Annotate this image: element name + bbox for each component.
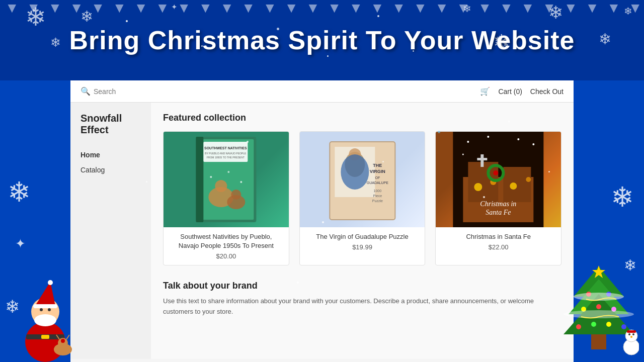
store-sidebar: Snowfall Effect Home Catalog [70, 103, 151, 359]
svg-point-49 [227, 171, 229, 173]
svg-point-77 [488, 136, 490, 138]
svg-point-72 [510, 183, 517, 190]
product-card-3[interactable]: Christmas in Santa Fe Christmas in Santa… [435, 131, 561, 265]
svg-text:Christmas in: Christmas in [480, 200, 517, 208]
side-snowflake-right-1: ❄ [611, 181, 634, 213]
svg-rect-39 [196, 137, 203, 222]
svg-point-50 [240, 181, 242, 183]
svg-text:FROM 1950S TO THE PRESENT: FROM 1950S TO THE PRESENT [207, 156, 245, 159]
brand-text: Use this text to share information about… [163, 296, 561, 317]
product-price-2: $19.99 [306, 243, 419, 251]
svg-point-4 [48, 280, 53, 285]
side-snowflake-left-2: ✦ [15, 236, 26, 251]
svg-rect-69 [477, 158, 488, 160]
svg-text:Santa Fe: Santa Fe [486, 209, 511, 216]
svg-text:Puzzle: Puzzle [372, 199, 383, 203]
svg-point-6 [48, 308, 51, 311]
svg-point-27 [606, 322, 611, 327]
store-panel: 🔍 🛒 Cart (0) Check Out Snowfall Effect H… [70, 80, 574, 362]
product-grid: SOUTHWEST NATIVITIES BY PUEBLO AND NAVAJ… [163, 131, 561, 265]
cart-label[interactable]: Cart (0) [498, 87, 522, 96]
product-price-1: $20.00 [170, 252, 283, 260]
svg-point-80 [462, 154, 464, 155]
svg-text:GUADALUPE: GUADALUPE [366, 181, 388, 185]
cart-area: 🛒 Cart (0) Check Out [480, 86, 564, 96]
search-input[interactable] [94, 87, 154, 96]
svg-point-12 [61, 339, 65, 343]
svg-point-47 [231, 190, 241, 200]
search-icon: 🔍 [80, 86, 91, 96]
side-snowflake-left-1: ❄ [8, 176, 31, 208]
search-area[interactable]: 🔍 [80, 86, 154, 96]
product-name-3: Christmas in Santa Fe [442, 232, 555, 241]
svg-rect-36 [627, 330, 636, 333]
svg-rect-9 [41, 335, 49, 339]
product-image-3: Christmas in Santa Fe [436, 132, 561, 227]
svg-text:THE: THE [373, 163, 382, 168]
cart-icon: 🛒 [480, 86, 490, 96]
svg-marker-2 [35, 282, 55, 306]
svg-point-30 [564, 310, 634, 318]
svg-rect-18 [591, 334, 606, 349]
svg-point-35 [630, 336, 632, 338]
svg-line-14 [66, 335, 69, 339]
svg-rect-68 [481, 154, 484, 167]
product-info-2: The Virgin of Guadalupe Puzzle $19.99 [300, 227, 425, 256]
brand-section: Talk about your brand Use this text to s… [163, 281, 561, 317]
svg-point-56 [341, 154, 369, 190]
product-info-3: Christmas in Santa Fe $22.00 [436, 227, 561, 256]
product-info-1: Southwest Nativities by Pueblo, Navajo P… [164, 227, 289, 265]
store-body: Snowfall Effect Home Catalog Featured co… [70, 103, 574, 359]
brand-title: Talk about your brand [163, 281, 561, 291]
svg-point-48 [210, 176, 212, 178]
svg-point-76 [467, 141, 469, 143]
svg-point-5 [40, 308, 43, 311]
svg-text:Piece: Piece [373, 194, 382, 198]
svg-point-79 [533, 143, 535, 145]
svg-point-29 [574, 293, 624, 301]
svg-point-25 [576, 324, 581, 329]
svg-rect-67 [504, 167, 531, 202]
hero-title: Bring Christmas Spirit To Your Website [69, 25, 575, 55]
svg-text:SOUTHWEST NATIVITIES: SOUTHWEST NATIVITIES [204, 146, 247, 150]
character-right [558, 261, 639, 362]
product-image-2: THE VIRGIN OF GUADALUPE 1000 Piece Puzzl… [300, 132, 425, 227]
svg-point-45 [215, 180, 227, 192]
nav-home[interactable]: Home [80, 151, 141, 159]
featured-title: Featured collection [163, 113, 561, 123]
svg-text:OF: OF [375, 176, 380, 179]
product-name-1: Southwest Nativities by Pueblo, Navajo P… [170, 232, 283, 250]
svg-point-70 [474, 183, 482, 191]
svg-point-23 [596, 304, 601, 309]
svg-point-7 [34, 314, 56, 326]
svg-text:VIRGIN: VIRGIN [370, 169, 385, 174]
svg-point-75 [494, 170, 499, 175]
store-title: Snowfall Effect [80, 113, 141, 136]
svg-point-78 [518, 138, 520, 140]
nav-catalog[interactable]: Catalog [80, 166, 141, 174]
product-name-2: The Virgin of Guadalupe Puzzle [306, 232, 419, 241]
svg-point-33 [628, 333, 630, 335]
product-price-3: $22.00 [442, 243, 555, 251]
product-card-1[interactable]: SOUTHWEST NATIVITIES BY PUEBLO AND NAVAJ… [163, 131, 289, 265]
svg-point-26 [591, 322, 596, 327]
svg-point-34 [632, 333, 634, 335]
product-card-2[interactable]: THE VIRGIN OF GUADALUPE 1000 Piece Puzzl… [299, 131, 426, 265]
svg-rect-3 [33, 304, 57, 308]
checkout-label[interactable]: Check Out [530, 87, 564, 96]
icicle-row: ▼▼▼▼▼▼▼▼▼▼▼▼▼▼▼▼▼▼▼▼▼▼▼▼▼▼▼▼▼▼▼▼▼▼▼▼▼▼▼▼… [0, 0, 644, 15]
svg-text:1000: 1000 [373, 189, 381, 193]
svg-point-73 [526, 177, 531, 182]
product-image-1: SOUTHWEST NATIVITIES BY PUEBLO AND NAVAJ… [164, 132, 289, 227]
character-left [15, 272, 75, 362]
svg-text:BY PUEBLO AND NAVAJO PEOPLE: BY PUEBLO AND NAVAJO PEOPLE [205, 152, 247, 155]
svg-point-28 [621, 324, 626, 329]
store-header: 🔍 🛒 Cart (0) Check Out [70, 80, 574, 103]
store-main: Featured collection SOUTHWEST NATIVITI [151, 103, 574, 359]
